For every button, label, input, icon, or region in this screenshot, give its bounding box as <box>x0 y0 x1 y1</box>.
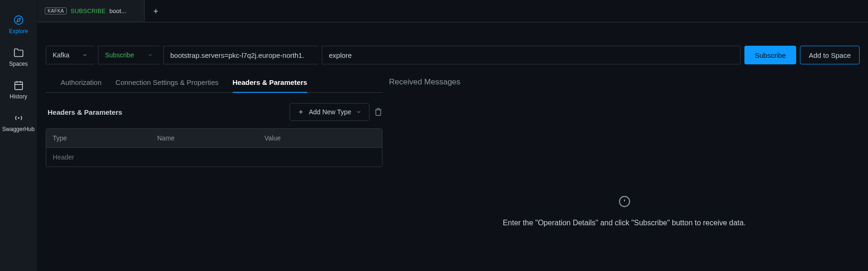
main-area: KAFKA SUBSCRIBE boot... Kafka Subscribe <box>37 0 868 271</box>
plus-icon <box>152 7 160 15</box>
sidebar-item-swaggerhub[interactable]: SwaggerHub <box>0 106 37 139</box>
sidebar-item-history[interactable]: History <box>0 74 37 106</box>
subscribe-button[interactable]: Subscribe <box>744 46 796 64</box>
svg-point-6 <box>18 118 19 118</box>
info-icon <box>618 195 631 208</box>
chevron-down-icon <box>356 109 361 115</box>
add-to-space-button[interactable]: Add to Space <box>800 46 860 64</box>
empty-state: Enter the "Operation Details" and click … <box>389 94 860 263</box>
method-label: Subscribe <box>105 51 134 59</box>
tab-protocol-badge: KAFKA <box>45 7 67 14</box>
compass-icon <box>14 15 24 25</box>
left-sidebar: Explore Spaces History SwaggerHub <box>0 0 37 271</box>
chevron-down-icon <box>82 52 88 58</box>
col-header-type: Type <box>53 134 157 142</box>
col-header-value: Value <box>264 134 375 142</box>
method-select[interactable]: Subscribe <box>98 46 160 64</box>
delete-button[interactable] <box>374 108 382 116</box>
add-type-label: Add New Type <box>309 108 351 116</box>
sidebar-item-spaces[interactable]: Spaces <box>0 41 37 74</box>
left-panel: Authorization Connection Settings & Prop… <box>46 73 382 263</box>
sidebar-item-explore[interactable]: Explore <box>0 8 37 41</box>
tab-bar: KAFKA SUBSCRIBE boot... <box>37 0 868 22</box>
swagger-icon <box>14 113 24 123</box>
right-panel: Received Messages Enter the "Operation D… <box>389 73 860 263</box>
tab-active[interactable]: KAFKA SUBSCRIBE boot... <box>37 0 145 22</box>
calendar-icon <box>14 80 24 90</box>
folder-icon <box>14 48 24 58</box>
chevron-down-icon <box>147 52 153 58</box>
sidebar-label-history: History <box>10 93 27 100</box>
server-input[interactable] <box>170 51 312 59</box>
tab-method-label: SUBSCRIBE <box>70 7 105 14</box>
params-table: Type Name Value Header <box>46 128 382 167</box>
topic-input[interactable] <box>329 51 734 59</box>
tab-name-label: boot... <box>109 7 126 14</box>
server-input-wrapper <box>163 46 318 64</box>
col-header-name: Name <box>157 134 264 142</box>
table-row[interactable]: Header <box>46 148 382 167</box>
svg-point-0 <box>14 16 22 24</box>
content-split: Authorization Connection Settings & Prop… <box>37 73 868 271</box>
section-title: Headers & Parameters <box>46 108 122 116</box>
sidebar-label-swaggerhub: SwaggerHub <box>2 126 35 132</box>
add-new-type-button[interactable]: Add New Type <box>290 103 369 121</box>
received-messages-title: Received Messages <box>389 73 860 94</box>
request-bar: Kafka Subscribe Subscribe Add to Space <box>37 22 868 73</box>
tab-connection-settings[interactable]: Connection Settings & Properties <box>116 73 219 93</box>
sidebar-label-explore: Explore <box>9 28 28 35</box>
svg-rect-2 <box>14 82 22 90</box>
protocol-label: Kafka <box>53 51 69 59</box>
empty-state-text: Enter the "Operation Details" and click … <box>503 219 746 227</box>
row-type-placeholder: Header <box>53 153 157 161</box>
section-header: Headers & Parameters Add New Type <box>46 93 382 128</box>
add-tab-button[interactable] <box>145 0 167 22</box>
sidebar-label-spaces: Spaces <box>9 61 28 67</box>
tab-headers-parameters[interactable]: Headers & Parameters <box>233 73 307 93</box>
section-actions: Add New Type <box>290 103 382 121</box>
tab-authorization[interactable]: Authorization <box>61 73 102 93</box>
svg-marker-1 <box>17 18 21 22</box>
plus-icon <box>298 109 304 115</box>
topic-input-wrapper <box>322 46 741 64</box>
protocol-select[interactable]: Kafka <box>46 46 94 64</box>
sub-tabs: Authorization Connection Settings & Prop… <box>46 73 382 93</box>
table-header: Type Name Value <box>46 129 382 148</box>
